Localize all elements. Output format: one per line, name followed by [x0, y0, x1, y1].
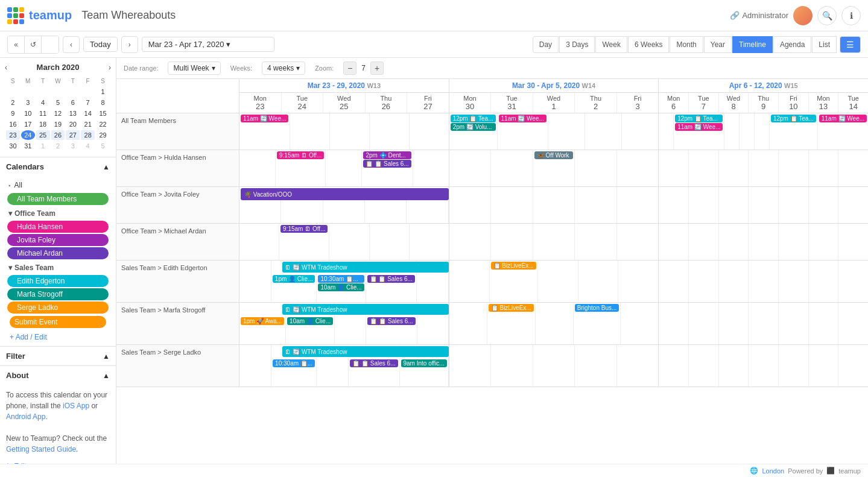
event[interactable]: 1pm 🚀 Awa...	[241, 317, 284, 325]
cell-mon23-michael[interactable]	[239, 224, 279, 260]
cell-tue31-jovita[interactable]	[491, 187, 533, 223]
cell-mon30-serge[interactable]	[449, 345, 492, 387]
cell-wed8-all[interactable]	[724, 113, 740, 150]
cell-mon23-all[interactable]: 11am 🔄 Wee...	[239, 113, 290, 150]
event[interactable]: 📋 BizLiveEx...	[491, 262, 536, 270]
cal-day[interactable]: 2	[51, 141, 65, 151]
cell-tue24-hulda[interactable]: 9:15am 🗓 Off...	[276, 150, 326, 186]
cell-mon6-marfa[interactable]	[659, 303, 689, 344]
cal-day[interactable]: 19	[51, 119, 65, 129]
cell-mon6-all[interactable]	[659, 113, 674, 150]
cal-day[interactable]: 5	[51, 98, 65, 107]
wtm-event-marfa[interactable]: 🗓 🔄 WTM Tradeshow	[282, 304, 448, 315]
cell-fri3-edith[interactable]	[618, 261, 658, 302]
office-team-header[interactable]: ▾ Office Team	[5, 207, 111, 220]
avatar[interactable]	[793, 6, 813, 25]
cal-day[interactable]: 28	[81, 130, 95, 140]
cal-day[interactable]: 29	[96, 130, 110, 140]
cell-tue24-all[interactable]	[290, 113, 330, 150]
cal-day[interactable]: 21	[81, 119, 95, 129]
cal-day[interactable]	[21, 87, 35, 96]
cell-thu2-marfa[interactable]: Brighton Bus...	[574, 303, 621, 344]
cal-day[interactable]: 31	[21, 141, 35, 151]
cell-tue7-marfa[interactable]	[689, 303, 719, 344]
view-tab-agenda[interactable]: Agenda	[773, 36, 811, 53]
cell-thu9-hulda[interactable]	[749, 150, 779, 186]
cell-tue14-jovita[interactable]	[838, 187, 868, 223]
cell-tue31-hulda[interactable]	[491, 150, 533, 186]
cell-thu9-jovita[interactable]	[749, 187, 779, 223]
cell-tue7-jovita[interactable]	[689, 187, 719, 223]
cell-tue7-edith[interactable]	[689, 261, 719, 302]
cell-thu26-hulda[interactable]: 2pm 💠 Dent... 📋 📋 Sales 6...	[362, 150, 413, 186]
cell-fri3-all[interactable]	[622, 113, 658, 150]
hulda-calendar[interactable]: Hulda Hansen	[7, 221, 109, 233]
day-header-tue31[interactable]: Tue31	[491, 93, 533, 113]
mini-cal-next[interactable]: ›	[109, 63, 111, 72]
cal-day[interactable]	[66, 87, 80, 96]
cal-day[interactable]	[81, 87, 95, 96]
date-range-select[interactable]: Multi Week ▾	[168, 62, 220, 75]
cal-day[interactable]: 4	[36, 98, 50, 107]
cal-day[interactable]: 25	[36, 130, 50, 140]
today-button[interactable]: Today	[83, 37, 118, 52]
cal-day[interactable]	[36, 87, 50, 96]
day-header-wed25[interactable]: Wed25	[323, 93, 366, 113]
all-team-item[interactable]: All Team Members	[7, 193, 109, 205]
fast-next-button[interactable]	[42, 36, 59, 53]
cal-day[interactable]: 23	[6, 130, 20, 140]
cell-mon6-hulda[interactable]	[659, 150, 689, 186]
cell-mon30-jovita[interactable]	[449, 187, 492, 223]
cell-tue14-all[interactable]: 11am 🔄 Wee...	[818, 113, 868, 150]
cell-thu26-michael[interactable]	[370, 224, 410, 260]
cell-mon30-all[interactable]: 12pm 📋 Tea... 2pm 🔄 Volu...	[449, 113, 498, 150]
vacation-event[interactable]: 🌴 Vacation/OOO	[241, 188, 449, 200]
cell-mon6-michael[interactable]	[659, 224, 689, 260]
cell-thu9-serge[interactable]	[749, 345, 779, 387]
cell-wed8-hulda[interactable]	[719, 150, 749, 186]
cell-mon13-hulda[interactable]	[809, 150, 839, 186]
cell-tue14-hulda[interactable]	[838, 150, 868, 186]
cal-day[interactable]: 15	[96, 109, 110, 118]
cal-day[interactable]: 1	[96, 87, 110, 96]
event[interactable]: 2pm 💠 Dent...	[363, 151, 411, 159]
cell-tue31-serge[interactable]	[491, 345, 533, 387]
view-tab-6weeks[interactable]: 6 Weeks	[628, 36, 669, 53]
cell-tue14-marfa[interactable]	[838, 303, 868, 344]
cell-fri10-michael[interactable]	[779, 224, 809, 260]
michael-calendar[interactable]: Michael Ardan	[7, 247, 109, 259]
day-header-mon30[interactable]: Mon30	[449, 93, 492, 113]
about-header[interactable]: About ▲	[0, 366, 116, 385]
fast-prev-button[interactable]: «	[8, 36, 25, 53]
cal-day[interactable]: 30	[6, 141, 20, 151]
edith-calendar[interactable]: Edith Edgerton	[7, 275, 109, 287]
cell-thu2-all[interactable]	[585, 113, 622, 150]
serge-calendar[interactable]: Serge Ladko	[7, 302, 109, 314]
cell-thu2-hulda[interactable]	[575, 150, 617, 186]
cell-fri10-all[interactable]	[755, 113, 770, 150]
cal-day[interactable]: 1	[36, 141, 50, 151]
cell-thu9-marfa[interactable]	[749, 303, 779, 344]
cal-day[interactable]: 22	[96, 119, 110, 129]
cell-fri3-michael[interactable]	[617, 224, 659, 260]
cal-day[interactable]: 18	[36, 119, 50, 129]
event[interactable]: 9:15am 🗓 Off...	[280, 225, 328, 233]
cal-day[interactable]: 17	[21, 119, 35, 129]
cal-day[interactable]: 4	[81, 141, 95, 151]
refresh-button[interactable]: ↺	[25, 36, 42, 53]
cell-wed1-marfa[interactable]	[536, 303, 574, 344]
cell-mon23-serge[interactable]	[239, 345, 271, 387]
day-header-fri27[interactable]: Fri27	[407, 93, 449, 113]
cal-day[interactable]: 10	[21, 109, 35, 118]
day-header-thu2[interactable]: Thu2	[575, 93, 617, 113]
wtm-event-serge[interactable]: 🗓 🔄 WTM Tradeshow	[282, 346, 448, 357]
submit-event-button[interactable]: Submit Event	[10, 316, 106, 328]
cell-mon13-michael[interactable]	[809, 224, 839, 260]
day-header-fri3[interactable]: Fri3	[617, 93, 659, 113]
cell-mon13-all[interactable]: 12pm 📋 Tea...	[770, 113, 818, 150]
cell-thu2-edith[interactable]	[578, 261, 619, 302]
edit-link[interactable]: ✎ Edit	[0, 460, 116, 464]
add-edit-link[interactable]: + Add / Edit	[5, 330, 111, 344]
cell-wed25-all[interactable]	[330, 113, 370, 150]
mini-cal-prev[interactable]: ‹	[5, 63, 7, 72]
